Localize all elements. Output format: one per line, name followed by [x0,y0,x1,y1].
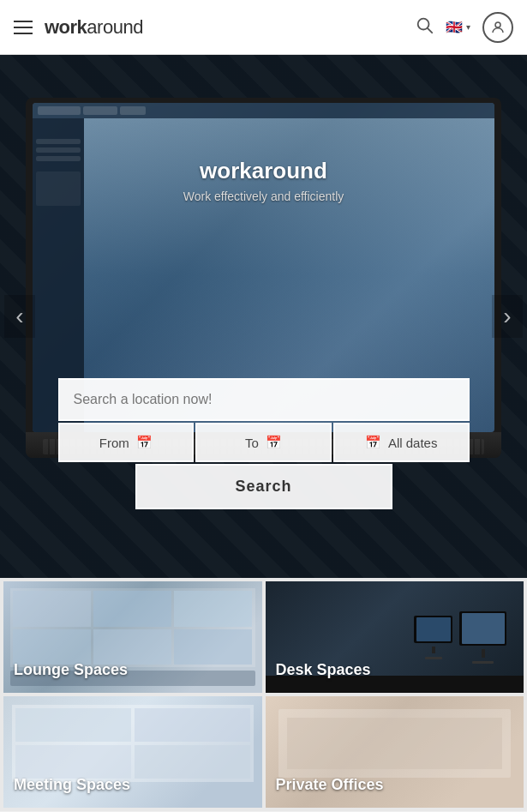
svg-point-2 [495,22,500,27]
category-private[interactable]: Private Offices [266,696,524,808]
carousel-prev-button[interactable]: ‹ [4,295,35,338]
to-label: To [245,436,259,450]
user-account-button[interactable] [482,12,513,43]
carousel-next-button[interactable]: › [492,295,523,338]
category-lounge[interactable]: Lounge Spaces [3,581,262,693]
desk-spaces-label: Desk Spaces [276,661,371,679]
logo: workaround [45,16,143,39]
header-right: 🇬🇧 ▾ [415,12,513,43]
category-meeting[interactable]: Meeting Spaces [3,696,262,808]
location-search-box[interactable] [58,378,470,421]
hero-subtitle: Work effectively and efficiently [0,189,527,203]
header: workaround 🇬🇧 ▾ [0,0,527,55]
chevron-down-icon: ▾ [466,22,470,32]
categories-section: Lounge Spaces [0,578,527,811]
hero-section: workaround Work effectively and efficien… [0,55,527,578]
header-left: workaround [14,16,143,39]
location-search-input[interactable] [74,392,454,407]
hero-title: workaround [0,158,527,184]
all-dates-label: All dates [388,436,438,450]
svg-line-1 [428,28,432,33]
to-date-picker[interactable]: To 📅 [195,423,332,462]
from-label: From [99,436,129,450]
calendar-to-icon: 📅 [266,435,282,450]
all-dates-option[interactable]: 📅 All dates [333,423,470,462]
search-button-wrap: Search [58,464,470,509]
search-button[interactable]: Search [135,464,392,509]
flag-icon: 🇬🇧 [446,19,463,35]
category-desk[interactable]: Desk Spaces [266,581,524,693]
meeting-spaces-label: Meeting Spaces [14,776,130,794]
private-offices-label: Private Offices [276,776,384,794]
hero-text-area: workaround Work effectively and efficien… [0,158,527,203]
language-selector[interactable]: 🇬🇧 ▾ [446,19,470,35]
from-date-picker[interactable]: From 📅 [58,423,195,462]
calendar-all-icon: 📅 [365,435,381,450]
date-row: From 📅 To 📅 📅 All dates [58,423,470,462]
arrow-left-icon: ‹ [15,303,23,330]
arrow-right-icon: › [503,303,511,330]
search-icon[interactable] [415,15,434,39]
menu-button[interactable] [14,21,33,34]
search-overlay: From 📅 To 📅 📅 All dates Search [58,378,470,509]
lounge-spaces-label: Lounge Spaces [14,661,128,679]
calendar-from-icon: 📅 [136,435,153,450]
